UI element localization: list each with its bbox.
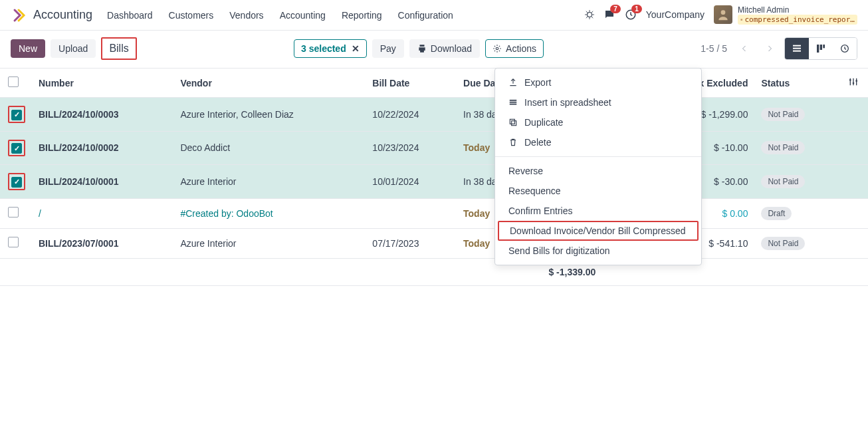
- company-switcher[interactable]: YourCompany: [646, 9, 705, 20]
- list-view-button[interactable]: [785, 38, 809, 59]
- select-all-checkbox[interactable]: [8, 76, 19, 87]
- svg-rect-20: [823, 45, 825, 48]
- nav-accounting[interactable]: Accounting: [280, 10, 326, 21]
- table-row[interactable]: /#Created by: OdooBotToday$ 0.00Draft: [0, 198, 868, 228]
- kanban-view-button[interactable]: [809, 38, 833, 59]
- user-file-label: compressed_invoice_repor…: [744, 15, 855, 24]
- pivot-view-button[interactable]: [833, 38, 857, 59]
- control-toolbar: New Upload Bills 3 selected ✕ Pay Downlo…: [0, 31, 868, 68]
- menu-resequence[interactable]: Resequence: [495, 181, 701, 201]
- selected-count: 3 selected: [301, 43, 346, 54]
- clear-selection-icon[interactable]: ✕: [352, 43, 360, 54]
- actions-button[interactable]: Actions: [485, 39, 544, 58]
- menu-duplicate-label: Duplicate: [524, 117, 563, 128]
- app-title[interactable]: Accounting: [33, 8, 92, 22]
- download-button[interactable]: Download: [409, 39, 480, 58]
- cell-number[interactable]: BILL/2024/10/0003: [32, 98, 173, 132]
- col-status[interactable]: Status: [754, 69, 841, 98]
- svg-rect-28: [510, 100, 517, 101]
- svg-rect-31: [510, 119, 514, 124]
- menu-resequence-label: Resequence: [508, 186, 561, 196]
- top-right: 7 1 YourCompany Mitchell Admin compresse…: [585, 5, 857, 25]
- nav-customers[interactable]: Customers: [169, 10, 214, 21]
- messages-icon[interactable]: 7: [603, 9, 615, 21]
- cell-number[interactable]: /: [32, 198, 173, 228]
- messages-badge: 7: [610, 5, 621, 13]
- svg-rect-15: [793, 45, 801, 47]
- bills-table: Number Vendor Bill Date Due Date x Exclu…: [0, 68, 868, 286]
- status-badge: Not Paid: [761, 175, 805, 188]
- col-bill-date[interactable]: Bill Date: [366, 69, 457, 98]
- cell-bill-date: 10/22/2024: [366, 98, 457, 132]
- row-checkbox[interactable]: [11, 110, 22, 120]
- cell-vendor: Deco Addict: [173, 131, 366, 165]
- table-row[interactable]: BILL/2023/07/0001Azure Interior07/17/202…: [0, 228, 868, 258]
- debug-icon[interactable]: [585, 10, 594, 19]
- row-checkbox[interactable]: [11, 143, 22, 154]
- svg-line-6: [591, 17, 593, 19]
- col-vendor[interactable]: Vendor: [173, 69, 366, 98]
- user-menu[interactable]: Mitchell Admin compressed_invoice_repor…: [714, 5, 857, 25]
- svg-point-26: [853, 82, 855, 84]
- menu-insert-spreadsheet[interactable]: Insert in spreadsheet: [495, 92, 701, 112]
- menu-delete[interactable]: Delete: [495, 132, 701, 152]
- menu-send-digitization[interactable]: Send Bills for digitization: [495, 241, 701, 261]
- app-logo[interactable]: [11, 7, 27, 23]
- avatar: [714, 5, 732, 24]
- user-info: Mitchell Admin compressed_invoice_repor…: [738, 5, 857, 25]
- menu-export-label: Export: [524, 77, 551, 88]
- menu-delete-label: Delete: [524, 137, 551, 148]
- settings-icon: [848, 76, 859, 87]
- pay-button[interactable]: Pay: [372, 39, 404, 58]
- pager-next[interactable]: [759, 38, 780, 59]
- nav-configuration[interactable]: Configuration: [398, 10, 453, 21]
- kanban-icon: [815, 43, 826, 54]
- pager-prev[interactable]: [734, 38, 755, 59]
- svg-rect-32: [512, 121, 516, 126]
- cell-status: Not Paid: [754, 131, 841, 165]
- cell-number[interactable]: BILL/2024/10/0001: [32, 165, 173, 199]
- spreadsheet-icon: [508, 98, 518, 107]
- cell-number[interactable]: BILL/2024/10/0002: [32, 131, 173, 165]
- table-row[interactable]: BILL/2024/10/0003Azure Interior, Colleen…: [0, 98, 868, 132]
- svg-line-7: [591, 11, 593, 13]
- svg-rect-19: [820, 45, 822, 50]
- nav-reporting[interactable]: Reporting: [342, 10, 382, 21]
- col-optional[interactable]: [841, 69, 868, 98]
- menu-reverse-label: Reverse: [508, 166, 543, 176]
- svg-line-8: [586, 17, 588, 19]
- menu-reverse[interactable]: Reverse: [495, 161, 701, 181]
- table-row[interactable]: BILL/2024/10/0001Azure Interior10/01/202…: [0, 165, 868, 199]
- file-icon: [740, 17, 742, 23]
- menu-duplicate[interactable]: Duplicate: [495, 112, 701, 132]
- row-checkbox[interactable]: [8, 237, 19, 247]
- cell-number[interactable]: BILL/2023/07/0001: [32, 228, 173, 258]
- row-checkbox[interactable]: [11, 177, 22, 188]
- nav-links: Dashboard Customers Vendors Accounting R…: [107, 10, 453, 21]
- chevron-left-icon: [740, 45, 748, 53]
- cell-bill-date: 10/23/2024: [366, 131, 457, 165]
- upload-button[interactable]: Upload: [51, 39, 96, 58]
- row-checkbox[interactable]: [8, 207, 19, 217]
- nav-dashboard[interactable]: Dashboard: [107, 10, 153, 21]
- menu-export[interactable]: Export: [495, 72, 701, 92]
- menu-separator: [495, 156, 701, 157]
- selection-indicator: 3 selected ✕: [294, 39, 367, 58]
- svg-point-27: [855, 80, 857, 82]
- table-row[interactable]: BILL/2024/10/0002Deco Addict10/23/2024To…: [0, 131, 868, 165]
- col-number[interactable]: Number: [32, 69, 173, 98]
- top-nav: Accounting Dashboard Customers Vendors A…: [0, 0, 868, 31]
- menu-confirm-label: Confirm Entries: [508, 206, 572, 216]
- status-badge: Not Paid: [761, 108, 805, 121]
- svg-point-14: [496, 47, 498, 50]
- activities-icon[interactable]: 1: [625, 9, 637, 21]
- cell-vendor: Azure Interior: [173, 228, 366, 258]
- new-button[interactable]: New: [11, 39, 45, 58]
- nav-vendors[interactable]: Vendors: [229, 10, 263, 21]
- breadcrumb-bills[interactable]: Bills: [101, 37, 136, 60]
- menu-download-compressed[interactable]: Download Invoice/Vendor Bill Compressed: [498, 221, 699, 241]
- menu-confirm-entries[interactable]: Confirm Entries: [495, 201, 701, 221]
- view-switcher: [784, 37, 857, 60]
- cell-vendor: Azure Interior: [173, 165, 366, 199]
- pager-text[interactable]: 1-5 / 5: [701, 43, 727, 54]
